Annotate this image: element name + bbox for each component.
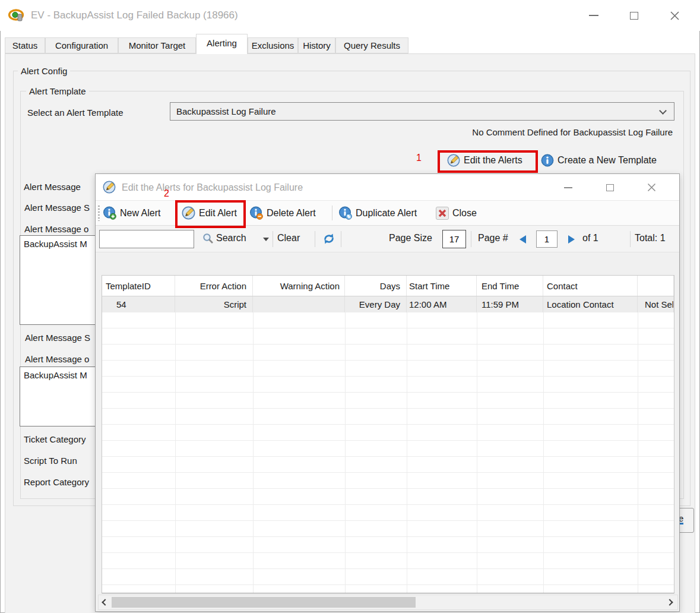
scrollbar-thumb[interactable] bbox=[112, 597, 416, 608]
no-comment-text: No Comment Defined for Backupassist Log … bbox=[472, 127, 673, 137]
tab-exclusions[interactable]: Exclusions bbox=[248, 37, 298, 53]
dialog-close-button[interactable] bbox=[639, 174, 664, 201]
tab-monitor-target[interactable]: Monitor Target bbox=[118, 37, 196, 53]
dialog-minimize-button[interactable] bbox=[556, 174, 581, 201]
app-icon bbox=[8, 8, 25, 23]
delete-alert-button[interactable]: Delete Alert bbox=[249, 201, 316, 225]
main-minimize-button[interactable] bbox=[580, 0, 607, 31]
create-new-template-button[interactable]: Create a New Template bbox=[541, 154, 657, 167]
alert-message-s-label: Alert Message S bbox=[24, 203, 90, 213]
total-label: Total: 1 bbox=[635, 233, 666, 244]
toolbar-separator bbox=[332, 206, 332, 220]
main-window-title: EV - BackupAssist Log Failed Backup (189… bbox=[31, 0, 238, 31]
column-header-contact[interactable]: Contact bbox=[543, 276, 638, 296]
table-row[interactable]: 54 Script Every Day 12:00 AM 11:59 PM Lo… bbox=[102, 296, 674, 312]
select-template-label: Select an Alert Template bbox=[27, 108, 123, 118]
tab-configuration[interactable]: Configuration bbox=[45, 37, 118, 53]
cell-days: Every Day bbox=[345, 296, 407, 312]
page-number-input[interactable] bbox=[536, 230, 558, 248]
tab-alerting[interactable]: Alerting bbox=[196, 34, 248, 54]
column-header-start-time[interactable]: Start Time bbox=[407, 276, 477, 296]
cell-templateid: 54 bbox=[102, 296, 175, 312]
tab-history[interactable]: History bbox=[298, 37, 335, 53]
magnifier-icon bbox=[202, 233, 214, 244]
table-empty-grid bbox=[102, 312, 674, 593]
info-duplicate-icon bbox=[338, 206, 352, 220]
new-alert-button[interactable]: New Alert bbox=[103, 201, 160, 225]
scroll-right-icon[interactable] bbox=[666, 599, 673, 605]
info-minus-icon bbox=[249, 206, 263, 220]
new-alert-label: New Alert bbox=[120, 208, 160, 219]
close-button[interactable]: Close bbox=[436, 201, 477, 225]
alerts-table: TemplateID Error Action Warning Action D… bbox=[102, 275, 674, 593]
refresh-icon[interactable] bbox=[322, 232, 335, 245]
main-maximize-button[interactable] bbox=[620, 0, 648, 31]
annotation-step-1: 1 bbox=[416, 153, 422, 163]
page-size-label: Page Size bbox=[389, 233, 432, 244]
column-header-days[interactable]: Days bbox=[345, 276, 407, 296]
search-input[interactable] bbox=[99, 230, 194, 248]
cell-contact: Location Contact bbox=[543, 296, 638, 312]
create-new-template-label: Create a New Template bbox=[558, 155, 657, 166]
toolbar-grip[interactable] bbox=[98, 206, 100, 221]
alert-template-label: Alert Template bbox=[26, 86, 89, 96]
column-header-warning-action[interactable]: Warning Action bbox=[253, 276, 345, 296]
tab-status[interactable]: Status bbox=[5, 37, 45, 53]
close-label: Close bbox=[452, 208, 477, 219]
alert-template-combobox[interactable]: Backupassist Log Failure bbox=[170, 102, 674, 121]
screenshot-root: EV - BackupAssist Log Failed Backup (189… bbox=[0, 0, 700, 613]
duplicate-alert-label: Duplicate Alert bbox=[356, 208, 417, 219]
alerts-table-header: TemplateID Error Action Warning Action D… bbox=[102, 276, 674, 296]
alert-message-label: Alert Message bbox=[24, 182, 81, 192]
cell-start-time: 12:00 AM bbox=[407, 296, 477, 312]
dialog-title: Edit the Alerts for Backupassist Log Fai… bbox=[122, 174, 303, 201]
previous-page-icon[interactable] bbox=[520, 235, 526, 244]
annotation-step-2: 2 bbox=[164, 188, 169, 199]
alert-message-o2-label: Alert Message o bbox=[25, 354, 89, 364]
cell-extra: Not Sel bbox=[638, 296, 674, 312]
pencil-icon bbox=[103, 181, 116, 194]
alert-config-label: Alert Config bbox=[18, 66, 70, 76]
report-category-label: Report Category bbox=[24, 477, 89, 487]
alert-message-s2-label: Alert Message S bbox=[25, 333, 90, 343]
search-dropdown-caret-icon[interactable] bbox=[263, 238, 269, 241]
dialog-maximize-button[interactable] bbox=[597, 174, 622, 201]
alert-template-combobox-value: Backupassist Log Failure bbox=[176, 106, 276, 116]
chevron-down-icon bbox=[659, 107, 667, 115]
duplicate-alert-button[interactable]: Duplicate Alert bbox=[338, 201, 417, 225]
script-to-run-label: Script To Run bbox=[24, 456, 77, 466]
page-size-input[interactable] bbox=[442, 230, 466, 248]
annotation-box-2 bbox=[175, 200, 246, 228]
ticket-category-label: Ticket Category bbox=[24, 434, 85, 444]
delete-alert-label: Delete Alert bbox=[267, 208, 316, 219]
search-label[interactable]: Search bbox=[216, 233, 246, 244]
column-header-error-action[interactable]: Error Action bbox=[175, 276, 253, 296]
cell-error-action: Script bbox=[175, 296, 253, 312]
info-icon bbox=[541, 154, 554, 167]
clear-button[interactable]: Clear bbox=[277, 233, 300, 244]
column-header-end-time[interactable]: End Time bbox=[477, 276, 543, 296]
cell-end-time: 11:59 PM bbox=[477, 296, 543, 312]
page-of-label: of 1 bbox=[582, 233, 598, 244]
next-page-icon[interactable] bbox=[568, 235, 575, 244]
scroll-left-icon[interactable] bbox=[102, 599, 108, 605]
page-number-label: Page # bbox=[478, 233, 508, 244]
annotation-box-1 bbox=[438, 150, 538, 173]
info-plus-icon bbox=[103, 206, 116, 220]
horizontal-scrollbar[interactable] bbox=[98, 595, 678, 610]
tab-query-results[interactable]: Query Results bbox=[335, 37, 408, 53]
column-header-extra[interactable] bbox=[638, 276, 674, 296]
main-close-button[interactable] bbox=[661, 0, 688, 31]
red-x-icon bbox=[436, 207, 449, 220]
edit-alerts-dialog: Edit the Alerts for Backupassist Log Fai… bbox=[95, 173, 680, 612]
alert-message-o-label: Alert Message o bbox=[24, 224, 88, 234]
column-header-templateid[interactable]: TemplateID bbox=[102, 276, 175, 296]
search-row: Search Clear Page Size Page # of 1 bbox=[96, 225, 679, 252]
cell-warning-action bbox=[253, 296, 345, 312]
